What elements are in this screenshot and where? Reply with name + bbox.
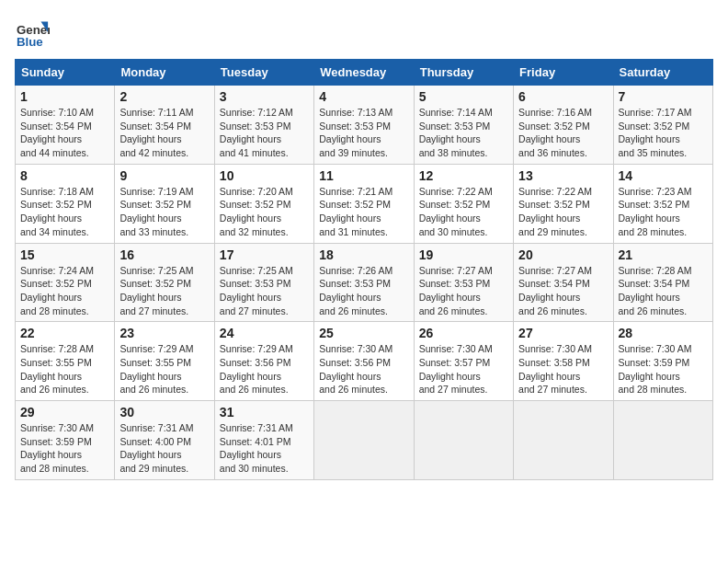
day-detail: Sunrise: 7:19 AM Sunset: 3:52 PM Dayligh… (119, 185, 209, 239)
calendar-cell: 1 Sunrise: 7:10 AM Sunset: 3:54 PM Dayli… (16, 86, 115, 165)
calendar-cell: 7 Sunrise: 7:17 AM Sunset: 3:52 PM Dayli… (613, 86, 712, 165)
day-number: 16 (119, 247, 209, 262)
day-detail: Sunrise: 7:30 AM Sunset: 3:56 PM Dayligh… (319, 342, 408, 396)
day-detail: Sunrise: 7:27 AM Sunset: 3:54 PM Dayligh… (518, 264, 608, 318)
calendar-cell: 24 Sunrise: 7:29 AM Sunset: 3:56 PM Dayl… (214, 322, 313, 401)
day-number: 13 (518, 168, 608, 183)
day-detail: Sunrise: 7:21 AM Sunset: 3:52 PM Dayligh… (319, 185, 408, 239)
day-number: 6 (518, 89, 608, 104)
day-number: 10 (220, 168, 309, 183)
calendar-cell (414, 401, 513, 480)
day-number: 4 (319, 89, 408, 104)
day-number: 28 (619, 326, 708, 340)
calendar-cell: 5 Sunrise: 7:14 AM Sunset: 3:53 PM Dayli… (414, 86, 513, 165)
calendar-cell: 23 Sunrise: 7:29 AM Sunset: 3:55 PM Dayl… (115, 322, 214, 401)
day-detail: Sunrise: 7:30 AM Sunset: 3:58 PM Dayligh… (518, 342, 608, 396)
day-number: 12 (419, 168, 508, 183)
day-detail: Sunrise: 7:25 AM Sunset: 3:52 PM Dayligh… (119, 264, 209, 318)
day-detail: Sunrise: 7:30 AM Sunset: 3:59 PM Dayligh… (20, 421, 109, 476)
day-number: 20 (518, 247, 608, 262)
day-detail: Sunrise: 7:22 AM Sunset: 3:52 PM Dayligh… (518, 185, 608, 239)
day-number: 14 (619, 168, 708, 183)
calendar-cell: 30 Sunrise: 7:31 AM Sunset: 4:00 PM Dayl… (115, 401, 214, 480)
day-detail: Sunrise: 7:31 AM Sunset: 4:00 PM Dayligh… (119, 421, 209, 476)
day-number: 30 (119, 405, 209, 419)
calendar-cell: 18 Sunrise: 7:26 AM Sunset: 3:53 PM Dayl… (314, 243, 414, 322)
calendar-table: SundayMondayTuesdayWednesdayThursdayFrid… (15, 59, 713, 480)
day-number: 22 (20, 326, 109, 340)
day-number: 25 (319, 326, 408, 340)
calendar-week-4: 22 Sunrise: 7:28 AM Sunset: 3:55 PM Dayl… (16, 322, 713, 401)
day-detail: Sunrise: 7:28 AM Sunset: 3:54 PM Dayligh… (619, 264, 708, 318)
calendar-cell (613, 401, 712, 480)
day-detail: Sunrise: 7:30 AM Sunset: 3:57 PM Dayligh… (419, 342, 508, 396)
day-number: 27 (518, 326, 608, 340)
day-detail: Sunrise: 7:12 AM Sunset: 3:53 PM Dayligh… (220, 106, 309, 160)
day-detail: Sunrise: 7:23 AM Sunset: 3:52 PM Dayligh… (619, 185, 708, 239)
day-detail: Sunrise: 7:28 AM Sunset: 3:55 PM Dayligh… (20, 342, 109, 396)
calendar-cell: 20 Sunrise: 7:27 AM Sunset: 3:54 PM Dayl… (514, 243, 613, 322)
day-number: 1 (20, 89, 109, 104)
col-header-friday: Friday (514, 60, 613, 86)
calendar-cell: 4 Sunrise: 7:13 AM Sunset: 3:53 PM Dayli… (314, 86, 414, 165)
calendar-cell: 15 Sunrise: 7:24 AM Sunset: 3:52 PM Dayl… (16, 243, 115, 322)
calendar-cell: 16 Sunrise: 7:25 AM Sunset: 3:52 PM Dayl… (115, 243, 214, 322)
day-detail: Sunrise: 7:17 AM Sunset: 3:52 PM Dayligh… (619, 106, 708, 160)
col-header-thursday: Thursday (414, 60, 513, 86)
day-detail: Sunrise: 7:22 AM Sunset: 3:52 PM Dayligh… (419, 185, 508, 239)
day-detail: Sunrise: 7:20 AM Sunset: 3:52 PM Dayligh… (220, 185, 309, 239)
day-number: 17 (220, 247, 309, 262)
col-header-tuesday: Tuesday (214, 60, 313, 86)
day-detail: Sunrise: 7:13 AM Sunset: 3:53 PM Dayligh… (319, 106, 408, 160)
calendar-week-3: 15 Sunrise: 7:24 AM Sunset: 3:52 PM Dayl… (16, 243, 713, 322)
calendar-week-5: 29 Sunrise: 7:30 AM Sunset: 3:59 PM Dayl… (16, 401, 713, 480)
calendar-cell: 28 Sunrise: 7:30 AM Sunset: 3:59 PM Dayl… (613, 322, 712, 401)
calendar-cell: 2 Sunrise: 7:11 AM Sunset: 3:54 PM Dayli… (115, 86, 214, 165)
day-detail: Sunrise: 7:11 AM Sunset: 3:54 PM Dayligh… (119, 106, 209, 160)
calendar-cell: 26 Sunrise: 7:30 AM Sunset: 3:57 PM Dayl… (414, 322, 513, 401)
day-number: 11 (319, 168, 408, 183)
day-number: 31 (220, 405, 309, 419)
col-header-wednesday: Wednesday (314, 60, 414, 86)
calendar-cell: 29 Sunrise: 7:30 AM Sunset: 3:59 PM Dayl… (16, 401, 115, 480)
day-number: 3 (220, 89, 309, 104)
calendar-cell: 9 Sunrise: 7:19 AM Sunset: 3:52 PM Dayli… (115, 164, 214, 243)
calendar-cell: 13 Sunrise: 7:22 AM Sunset: 3:52 PM Dayl… (514, 164, 613, 243)
calendar-cell: 21 Sunrise: 7:28 AM Sunset: 3:54 PM Dayl… (613, 243, 712, 322)
day-number: 9 (119, 168, 209, 183)
logo: General Blue (15, 15, 53, 50)
day-detail: Sunrise: 7:29 AM Sunset: 3:56 PM Dayligh… (220, 342, 309, 396)
day-detail: Sunrise: 7:29 AM Sunset: 3:55 PM Dayligh… (119, 342, 209, 396)
page-header: General Blue (15, 15, 713, 50)
day-detail: Sunrise: 7:31 AM Sunset: 4:01 PM Dayligh… (220, 421, 309, 476)
calendar-cell: 14 Sunrise: 7:23 AM Sunset: 3:52 PM Dayl… (613, 164, 712, 243)
day-number: 26 (419, 326, 508, 340)
day-detail: Sunrise: 7:26 AM Sunset: 3:53 PM Dayligh… (319, 264, 408, 318)
day-detail: Sunrise: 7:30 AM Sunset: 3:59 PM Dayligh… (619, 342, 708, 396)
day-number: 24 (220, 326, 309, 340)
calendar-cell: 8 Sunrise: 7:18 AM Sunset: 3:52 PM Dayli… (16, 164, 115, 243)
day-number: 2 (119, 89, 209, 104)
calendar-cell: 12 Sunrise: 7:22 AM Sunset: 3:52 PM Dayl… (414, 164, 513, 243)
day-detail: Sunrise: 7:27 AM Sunset: 3:53 PM Dayligh… (419, 264, 508, 318)
day-detail: Sunrise: 7:18 AM Sunset: 3:52 PM Dayligh… (20, 185, 109, 239)
day-detail: Sunrise: 7:16 AM Sunset: 3:52 PM Dayligh… (518, 106, 608, 160)
day-number: 8 (20, 168, 109, 183)
day-number: 19 (419, 247, 508, 262)
day-number: 23 (119, 326, 209, 340)
calendar-cell: 19 Sunrise: 7:27 AM Sunset: 3:53 PM Dayl… (414, 243, 513, 322)
calendar-cell: 22 Sunrise: 7:28 AM Sunset: 3:55 PM Dayl… (16, 322, 115, 401)
day-detail: Sunrise: 7:24 AM Sunset: 3:52 PM Dayligh… (20, 264, 109, 318)
day-detail: Sunrise: 7:10 AM Sunset: 3:54 PM Dayligh… (20, 106, 109, 160)
day-number: 5 (419, 89, 508, 104)
calendar-cell: 25 Sunrise: 7:30 AM Sunset: 3:56 PM Dayl… (314, 322, 414, 401)
calendar-cell: 10 Sunrise: 7:20 AM Sunset: 3:52 PM Dayl… (214, 164, 313, 243)
calendar-cell: 11 Sunrise: 7:21 AM Sunset: 3:52 PM Dayl… (314, 164, 414, 243)
calendar-cell: 31 Sunrise: 7:31 AM Sunset: 4:01 PM Dayl… (214, 401, 313, 480)
calendar-cell (514, 401, 613, 480)
day-number: 15 (20, 247, 109, 262)
calendar-week-1: 1 Sunrise: 7:10 AM Sunset: 3:54 PM Dayli… (16, 86, 713, 165)
calendar-cell: 3 Sunrise: 7:12 AM Sunset: 3:53 PM Dayli… (214, 86, 313, 165)
col-header-sunday: Sunday (16, 60, 115, 86)
calendar-cell (314, 401, 414, 480)
